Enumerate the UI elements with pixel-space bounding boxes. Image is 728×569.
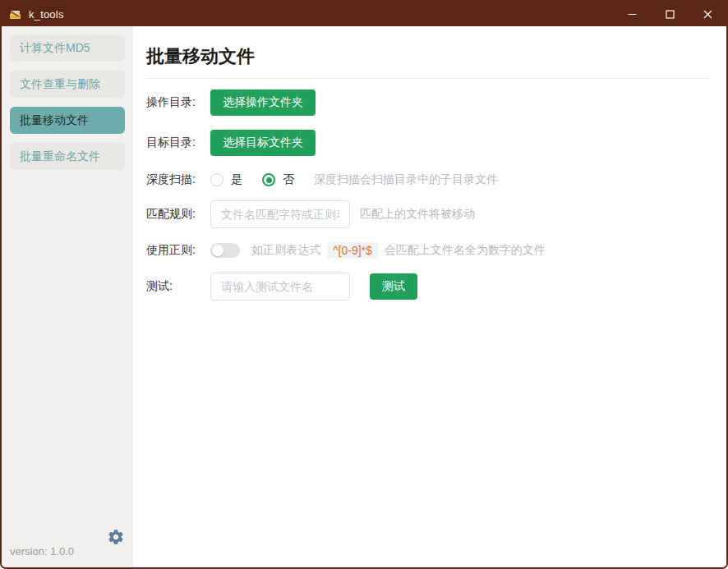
deep-scan-radio-no[interactable]: 否 — [262, 172, 294, 187]
app-icon — [9, 7, 22, 21]
toggle-knob-icon — [212, 245, 223, 256]
target-dir-label: 目标目录: — [146, 135, 210, 150]
match-rule-label: 匹配规则: — [146, 207, 210, 222]
sidebar-item-batch-move[interactable]: 批量移动文件 — [10, 107, 125, 134]
window-controls — [613, 2, 726, 26]
maximize-icon — [666, 10, 675, 19]
choose-target-folder-button[interactable]: 选择目标文件夹 — [210, 130, 316, 156]
row-use-regex: 使用正则: 如正则表达式 ^[0-9]*$ 会匹配上文件名全为数字的文件 — [146, 241, 710, 259]
use-regex-toggle[interactable] — [210, 243, 240, 258]
regex-example-badge: ^[0-9]*$ — [327, 242, 378, 259]
test-label: 测试: — [146, 279, 210, 294]
use-regex-label: 使用正则: — [146, 243, 210, 258]
app-window: k_tools 计算文件MD5 文件查重与删除 批量移动文件 批量重命名文件 v… — [0, 0, 728, 569]
deep-scan-radio-yes[interactable]: 是 — [210, 172, 242, 187]
minimize-button[interactable] — [613, 2, 651, 26]
source-dir-label: 操作目录: — [146, 95, 210, 110]
radio-yes-label: 是 — [231, 172, 242, 187]
test-button[interactable]: 测试 — [370, 273, 417, 300]
main-content: 批量移动文件 操作目录: 选择操作文件夹 目标目录: 选择目标文件夹 深度扫描:… — [133, 26, 726, 567]
regex-hint-suffix: 会匹配上文件名全为数字的文件 — [385, 243, 546, 258]
row-deep-scan: 深度扫描: 是 否 深度扫描会扫描目录中的子目录文件 — [146, 172, 710, 188]
title-divider — [146, 78, 710, 79]
close-icon — [703, 10, 712, 19]
minimize-icon — [628, 10, 637, 19]
row-test: 测试: 测试 — [146, 273, 710, 301]
row-match-rule: 匹配规则: 匹配上的文件将被移动 — [146, 200, 710, 228]
radio-no-label: 否 — [283, 172, 294, 187]
title-bar: k_tools — [2, 2, 726, 26]
close-button[interactable] — [689, 2, 726, 26]
deep-scan-label: 深度扫描: — [146, 172, 210, 187]
match-rule-input[interactable] — [210, 200, 350, 228]
regex-hint-prefix: 如正则表达式 — [251, 243, 320, 258]
sidebar: 计算文件MD5 文件查重与删除 批量移动文件 批量重命名文件 version: … — [2, 26, 133, 567]
radio-unchecked-icon — [210, 173, 223, 186]
match-rule-hint: 匹配上的文件将被移动 — [360, 207, 475, 222]
version-label: version: 1.0.0 — [10, 545, 74, 558]
window-title: k_tools — [29, 8, 64, 21]
sidebar-item-calc-md5[interactable]: 计算文件MD5 — [10, 34, 125, 62]
row-source-dir: 操作目录: 选择操作文件夹 — [146, 89, 710, 116]
radio-checked-icon — [262, 173, 275, 186]
app-body: 计算文件MD5 文件查重与删除 批量移动文件 批量重命名文件 version: … — [2, 26, 726, 567]
page-title: 批量移动文件 — [146, 44, 710, 69]
sidebar-item-dedupe-delete[interactable]: 文件查重与删除 — [10, 71, 125, 98]
sidebar-item-batch-rename[interactable]: 批量重命名文件 — [10, 143, 125, 170]
deep-scan-hint: 深度扫描会扫描目录中的子目录文件 — [314, 172, 498, 187]
gear-icon[interactable] — [107, 528, 125, 546]
maximize-button[interactable] — [651, 2, 689, 26]
choose-source-folder-button[interactable]: 选择操作文件夹 — [210, 89, 316, 116]
row-target-dir: 目标目录: 选择目标文件夹 — [146, 130, 710, 156]
test-filename-input[interactable] — [210, 273, 350, 301]
